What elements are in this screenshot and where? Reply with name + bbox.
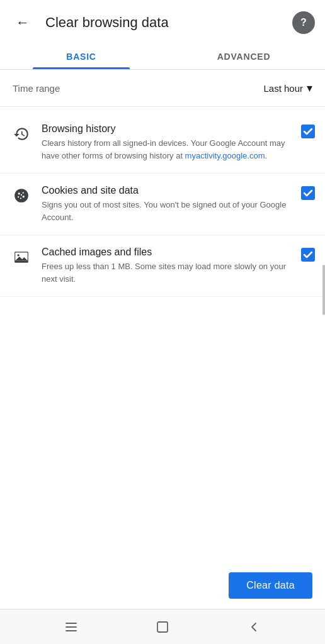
header: ← Clear browsing data ? [0, 0, 325, 42]
nav-bar [0, 609, 325, 644]
checkbox-browsing-history[interactable] [301, 125, 315, 138]
history-icon [10, 126, 33, 142]
list-item: Cached images and files Frees up less th… [0, 235, 325, 297]
checkbox-cached[interactable] [301, 248, 315, 262]
help-button[interactable]: ? [292, 11, 315, 34]
cookies-content: Cookies and site data Signs you out of m… [42, 185, 292, 223]
nav-home-button[interactable] [155, 619, 170, 635]
cached-desc: Frees up less than 1 MB. Some sites may … [42, 260, 292, 285]
svg-rect-14 [157, 622, 168, 632]
svg-point-6 [21, 194, 22, 196]
cookies-icon [10, 187, 33, 204]
page-title: Clear browsing data [45, 14, 282, 31]
svg-point-5 [20, 197, 21, 199]
browsing-history-checkbox[interactable] [301, 123, 315, 138]
nav-menu-button[interactable] [64, 619, 79, 635]
scrollbar [322, 265, 325, 315]
help-icon: ? [300, 17, 307, 28]
tabs: BASIC ADVANCED [0, 44, 325, 70]
chevron-down-icon: ▾ [307, 81, 312, 95]
cached-content: Cached images and files Frees up less th… [42, 247, 292, 285]
svg-point-1 [18, 192, 20, 194]
time-range-select[interactable]: Last hour ▾ [263, 81, 312, 95]
checkbox-cookies[interactable] [301, 186, 315, 200]
svg-point-10 [18, 254, 20, 256]
back-button[interactable]: ← [10, 10, 35, 35]
cached-checkbox-area[interactable] [301, 247, 315, 262]
clear-data-button[interactable]: Clear data [229, 572, 312, 599]
svg-point-4 [23, 196, 25, 197]
tab-basic[interactable]: BASIC [0, 44, 162, 69]
time-range-row: Time range Last hour ▾ [0, 70, 325, 107]
svg-point-2 [23, 192, 24, 194]
tab-advanced[interactable]: ADVANCED [162, 44, 325, 69]
cached-icon [10, 249, 33, 265]
browsing-history-content: Browsing history Clears history from all… [42, 123, 292, 162]
time-range-value: Last hour [263, 83, 303, 94]
browsing-history-desc: Clears history from all signed-in device… [42, 137, 292, 162]
list-item: Cookies and site data Signs you out of m… [0, 174, 325, 235]
list-item: Browsing history Clears history from all… [0, 112, 325, 174]
time-range-label: Time range [13, 83, 60, 94]
bottom-actions: Clear data [0, 562, 325, 609]
cookies-desc: Signs you out of most sites. You won't b… [42, 199, 292, 223]
items-list: Browsing history Clears history from all… [0, 107, 325, 562]
cookies-title: Cookies and site data [42, 185, 292, 196]
nav-back-button[interactable] [246, 619, 261, 635]
cached-title: Cached images and files [42, 247, 292, 258]
browsing-history-title: Browsing history [42, 123, 292, 135]
myactivity-link[interactable]: myactivity.google.com [185, 151, 265, 160]
cookies-checkbox-area[interactable] [301, 185, 315, 200]
back-arrow-icon: ← [16, 14, 30, 31]
svg-point-3 [18, 196, 19, 197]
